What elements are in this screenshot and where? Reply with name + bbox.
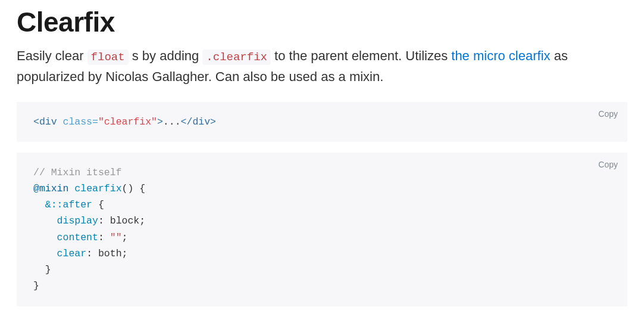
selector: &::after xyxy=(33,199,92,210)
code-content: // Mixin itself @mixin clearfix() { &::a… xyxy=(33,164,611,294)
tag: </div> xyxy=(181,116,216,128)
punct: { xyxy=(92,199,104,210)
code-block-html: Copy <div class="clearfix">...</div> xyxy=(17,102,627,142)
punct: ; xyxy=(122,232,128,243)
tag: <div xyxy=(33,116,57,128)
attr-value: "clearfix" xyxy=(98,116,157,128)
inline-code-clearfix: .clearfix xyxy=(202,49,271,65)
punct: () { xyxy=(122,183,146,194)
punct: } xyxy=(33,264,51,275)
string: "" xyxy=(110,232,122,243)
copy-button[interactable]: Copy xyxy=(598,109,618,119)
lead-paragraph: Easily clear float s by adding .clearfix… xyxy=(17,45,627,88)
lead-text: Easily clear xyxy=(17,48,87,63)
micro-clearfix-link[interactable]: the micro clearfix xyxy=(451,48,550,63)
value: : block; xyxy=(98,215,145,226)
copy-button[interactable]: Copy xyxy=(598,160,618,169)
content: ... xyxy=(163,116,181,128)
property: content xyxy=(33,232,98,243)
attr-name: class= xyxy=(57,116,98,128)
comment: // Mixin itself xyxy=(33,167,122,178)
page-title: Clearfix xyxy=(17,6,627,38)
punct: } xyxy=(33,280,39,291)
inline-code-float: float xyxy=(87,49,129,65)
lead-text: . Utilizes xyxy=(398,48,451,63)
lead-text: to the parent element xyxy=(271,48,398,63)
code-content: <div class="clearfix">...</div> xyxy=(33,114,611,130)
function-name: clearfix xyxy=(68,183,121,194)
code-block-scss: Copy // Mixin itself @mixin clearfix() {… xyxy=(17,153,627,306)
tag: > xyxy=(157,116,163,128)
lead-text: s by adding xyxy=(129,48,203,63)
keyword: @mixin xyxy=(33,183,68,194)
property: clear xyxy=(33,248,86,259)
value: : both; xyxy=(86,248,127,259)
property: display xyxy=(33,215,98,226)
punct: : xyxy=(98,232,110,243)
